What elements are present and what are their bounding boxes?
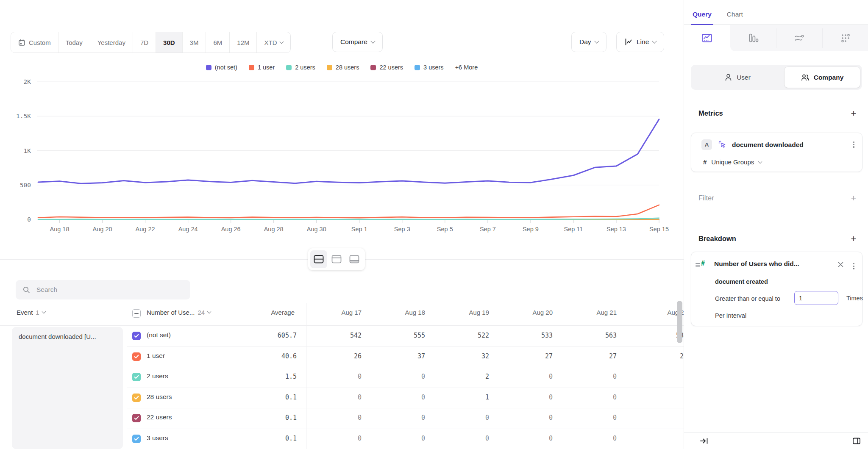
- bar-chart-type-icon[interactable]: [748, 33, 759, 44]
- table-row[interactable]: 3 users0.1000000: [0, 429, 684, 449]
- legend-item[interactable]: 3 users: [415, 64, 444, 71]
- chevron-down-icon: [758, 160, 762, 164]
- range-button-3m[interactable]: 3M: [183, 32, 206, 53]
- calendar-icon: [18, 39, 25, 46]
- series-header-label: Number of Use...: [147, 309, 195, 316]
- search-input[interactable]: [36, 285, 184, 294]
- drag-handle-icon[interactable]: [695, 262, 701, 268]
- row-divider: [127, 346, 684, 347]
- value-cell: 0: [489, 414, 553, 421]
- row-checkbox[interactable]: [132, 332, 141, 340]
- breakdown-value-input[interactable]: [794, 291, 838, 305]
- value-cell: 0: [553, 394, 617, 401]
- range-label: Today: [66, 39, 83, 46]
- legend-item[interactable]: 2 users: [286, 64, 315, 71]
- row-checkbox[interactable]: [132, 435, 141, 443]
- value-cell: 555: [362, 332, 425, 339]
- legend-item[interactable]: 1 user: [249, 64, 275, 71]
- table-row[interactable]: (not set)605.7542555522533563537: [0, 326, 684, 346]
- value-cell: 0: [426, 435, 489, 442]
- row-label: 28 users: [147, 393, 172, 401]
- interval-dropdown[interactable]: Day: [571, 32, 606, 52]
- metric-menu-kebab-icon[interactable]: [851, 140, 856, 150]
- series-column-header[interactable]: Number of Use... 24: [147, 309, 211, 316]
- average-cell: 0.1: [231, 394, 297, 401]
- breakdown-property-name[interactable]: Number of Users who did...: [714, 260, 799, 268]
- date-column-header: Aug 22: [624, 309, 684, 316]
- collapse-sidebar-icon[interactable]: [699, 436, 709, 447]
- measure-dropdown[interactable]: # Unique Groups: [703, 158, 762, 166]
- flow-chart-type-icon[interactable]: [794, 33, 805, 44]
- value-cell: 0: [489, 394, 553, 401]
- compare-button[interactable]: Compare: [332, 32, 383, 52]
- range-button-7d[interactable]: 7D: [133, 32, 156, 53]
- select-all-checkbox[interactable]: [132, 309, 141, 318]
- table-row[interactable]: 2 users1.5002000: [0, 367, 684, 388]
- range-button-30d[interactable]: 30D: [156, 32, 183, 53]
- range-button-today[interactable]: Today: [58, 32, 90, 53]
- range-button-yesterday[interactable]: Yesterday: [90, 32, 133, 53]
- value-cell: 0: [298, 435, 362, 442]
- row-checkbox[interactable]: [132, 414, 141, 422]
- legend-item[interactable]: 22 users: [370, 64, 403, 71]
- metric-event-name[interactable]: document downloaded: [732, 141, 804, 149]
- chart-type-dropdown[interactable]: Line: [616, 32, 664, 52]
- x-axis-label: Aug 22: [136, 226, 155, 233]
- add-filter-button[interactable]: +: [849, 194, 859, 203]
- panel-toggle-icon[interactable]: [852, 436, 861, 447]
- line-chart-type-icon[interactable]: [701, 33, 712, 44]
- vertical-scrollbar[interactable]: [677, 301, 682, 343]
- legend-label: 22 users: [379, 64, 403, 71]
- value-cell: 0: [362, 394, 425, 401]
- average-cell: 605.7: [231, 332, 297, 339]
- top-panel-icon: [331, 254, 342, 264]
- event-column-header[interactable]: Event 1: [17, 309, 45, 316]
- close-icon[interactable]: [838, 261, 843, 269]
- row-checkbox[interactable]: [132, 352, 141, 361]
- range-button-12m[interactable]: 12M: [230, 32, 257, 53]
- legend-label: 2 users: [295, 64, 315, 71]
- tab-chart[interactable]: Chart: [727, 4, 743, 24]
- entity-option-company[interactable]: Company: [785, 67, 860, 88]
- layout-split-button[interactable]: [310, 250, 327, 268]
- add-breakdown-button[interactable]: +: [849, 234, 859, 244]
- legend-item[interactable]: (not set): [206, 64, 237, 71]
- value-cell: 0: [298, 414, 362, 421]
- table-row[interactable]: 22 users0.1000000: [0, 408, 684, 429]
- legend-item[interactable]: 28 users: [327, 64, 359, 71]
- legend-label: 28 users: [336, 64, 359, 71]
- legend-label: 1 user: [258, 64, 275, 71]
- range-button-custom[interactable]: Custom: [11, 32, 58, 53]
- range-button-xtd[interactable]: XTD: [257, 32, 290, 53]
- table-row[interactable]: 28 users0.1001000: [0, 388, 684, 408]
- breakdown-condition-label[interactable]: Greater than or equal to: [715, 295, 780, 302]
- row-checkbox[interactable]: [132, 394, 141, 402]
- value-cell: 0: [362, 373, 425, 380]
- layout-chart-only-button[interactable]: [328, 250, 345, 268]
- breakdown-event-name[interactable]: document created: [715, 278, 768, 285]
- scatter-chart-type-icon[interactable]: [840, 33, 851, 44]
- row-checkbox[interactable]: [132, 373, 141, 381]
- range-label: 7D: [140, 39, 148, 46]
- metric-card: A document downloaded # Unique Groups: [691, 133, 862, 172]
- range-button-6m[interactable]: 6M: [206, 32, 230, 53]
- legend-more-button[interactable]: +6 More: [455, 64, 478, 71]
- row-label: 1 user: [147, 352, 165, 360]
- value-cell: 563: [553, 332, 617, 339]
- average-cell: 40.6: [231, 352, 297, 360]
- entity-option-user[interactable]: User: [691, 65, 784, 90]
- add-metric-button[interactable]: +: [849, 109, 859, 118]
- people-icon: [801, 73, 810, 81]
- y-axis-label: 1.5K: [16, 113, 31, 119]
- interval-label: Day: [579, 38, 591, 46]
- table-row[interactable]: 1 user40.6263732272728: [0, 346, 684, 367]
- layout-table-only-button[interactable]: [346, 250, 363, 268]
- breakdown-menu-kebab-icon[interactable]: [851, 261, 856, 271]
- series-line-2-users: [38, 218, 659, 219]
- tab-query[interactable]: Query: [693, 4, 712, 24]
- breakdown-per-interval-label[interactable]: Per Interval: [715, 312, 746, 319]
- main-panel: 05001K1.5K2KAug 18Aug 20Aug 22Aug 24Aug …: [0, 0, 684, 449]
- date-column-header: Aug 21: [553, 309, 617, 316]
- row-divider: [127, 388, 684, 388]
- legend-swatch-icon: [327, 65, 332, 70]
